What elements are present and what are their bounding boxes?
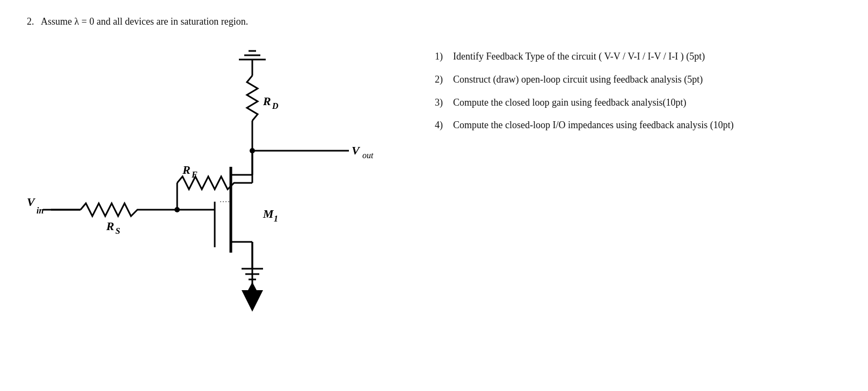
question-item-4: 4)Compute the closed-loop I/O impedances… [435, 117, 841, 133]
q-text-4: Compute the closed-loop I/O impedances u… [453, 117, 841, 133]
svg-text:R: R [262, 94, 271, 108]
question-item-1: 1)Identify Feedback Type of the circuit … [435, 49, 841, 64]
svg-text:R: R [182, 163, 191, 176]
q-num-1: 1) [435, 49, 448, 64]
q-text-2: Construct (draw) open-loop circuit using… [453, 72, 841, 87]
q-num-3: 3) [435, 95, 448, 110]
questions-area: 1)Identify Feedback Type of the circuit … [435, 43, 841, 141]
svg-text:out: out [362, 151, 374, 160]
q-num-2: 2) [435, 72, 448, 87]
svg-text:in: in [37, 206, 43, 215]
svg-text:R: R [106, 219, 114, 233]
svg-text:M: M [262, 207, 274, 220]
svg-text:1: 1 [274, 214, 278, 223]
q-text-3: Compute the closed loop gain using feedb… [453, 95, 841, 110]
svg-text:V: V [27, 195, 36, 209]
svg-text:V: V [352, 144, 361, 157]
q-text-1: Identify Feedback Type of the circuit ( … [453, 49, 841, 64]
q-num-4: 4) [435, 117, 448, 133]
question-item-3: 3)Compute the closed loop gain using fee… [435, 95, 841, 110]
circuit-diagram: R D V out [27, 43, 403, 346]
main-content: R D V out [27, 43, 841, 346]
svg-text:D: D [272, 101, 279, 110]
svg-text:F: F [191, 170, 198, 179]
problem-number: 2. Assume λ = 0 and all devices are in s… [27, 16, 841, 27]
problem-statement: 2. Assume λ = 0 and all devices are in s… [27, 16, 841, 346]
svg-marker-39 [242, 290, 263, 312]
question-item-2: 2)Construct (draw) open-loop circuit usi… [435, 72, 841, 87]
question-list: 1)Identify Feedback Type of the circuit … [435, 49, 841, 133]
svg-text:S: S [115, 226, 120, 235]
